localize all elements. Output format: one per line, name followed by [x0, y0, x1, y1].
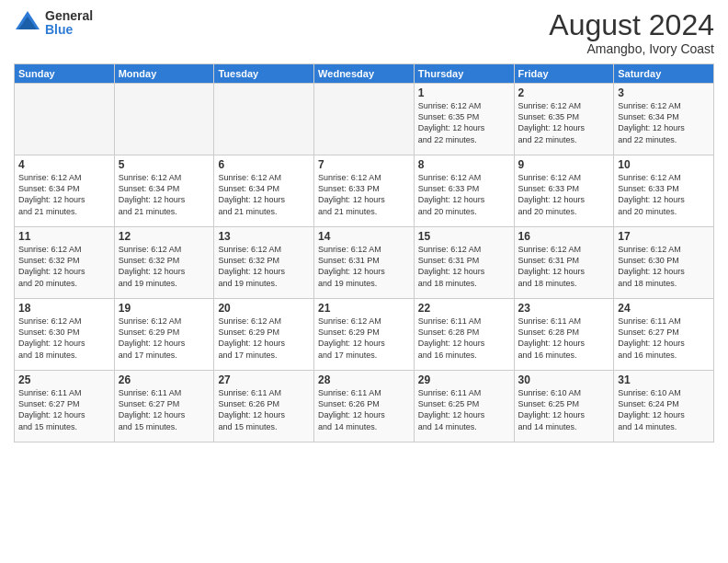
- day-number: 13: [218, 230, 310, 243]
- day-number: 7: [318, 158, 410, 171]
- header-friday: Friday: [514, 64, 614, 84]
- day-cell: 2Sunrise: 6:12 AM Sunset: 6:35 PM Daylig…: [514, 84, 614, 155]
- day-cell: 15Sunrise: 6:12 AM Sunset: 6:31 PM Dayli…: [414, 227, 514, 299]
- calendar: SundayMondayTuesdayWednesdayThursdayFrid…: [14, 63, 714, 442]
- header-row: SundayMondayTuesdayWednesdayThursdayFrid…: [15, 64, 714, 84]
- day-info: Sunrise: 6:12 AM Sunset: 6:30 PM Dayligh…: [18, 316, 110, 361]
- week-row-3: 11Sunrise: 6:12 AM Sunset: 6:32 PM Dayli…: [15, 227, 714, 299]
- day-info: Sunrise: 6:11 AM Sunset: 6:27 PM Dayligh…: [119, 387, 210, 432]
- day-cell: 29Sunrise: 6:11 AM Sunset: 6:25 PM Dayli…: [414, 371, 514, 442]
- month-title: August 2024: [549, 9, 714, 41]
- day-number: 12: [119, 230, 210, 243]
- day-cell: 3Sunrise: 6:12 AM Sunset: 6:34 PM Daylig…: [614, 84, 714, 155]
- day-number: 3: [618, 86, 710, 99]
- header-saturday: Saturday: [614, 64, 714, 84]
- header: General Blue August 2024 Amangbo, Ivory …: [14, 9, 714, 56]
- day-number: 11: [18, 230, 110, 243]
- day-cell: 4Sunrise: 6:12 AM Sunset: 6:34 PM Daylig…: [15, 155, 115, 227]
- day-cell: 7Sunrise: 6:12 AM Sunset: 6:33 PM Daylig…: [314, 155, 415, 227]
- day-info: Sunrise: 6:12 AM Sunset: 6:34 PM Dayligh…: [18, 172, 110, 217]
- week-row-5: 25Sunrise: 6:11 AM Sunset: 6:27 PM Dayli…: [15, 371, 714, 442]
- day-info: Sunrise: 6:10 AM Sunset: 6:25 PM Dayligh…: [518, 387, 610, 432]
- day-cell: 26Sunrise: 6:11 AM Sunset: 6:27 PM Dayli…: [114, 371, 214, 442]
- main-container: General Blue August 2024 Amangbo, Ivory …: [0, 0, 728, 563]
- week-row-4: 18Sunrise: 6:12 AM Sunset: 6:30 PM Dayli…: [15, 299, 714, 371]
- logo: General Blue: [14, 9, 93, 38]
- day-number: 21: [318, 302, 410, 315]
- title-block: August 2024 Amangbo, Ivory Coast: [549, 9, 714, 56]
- day-info: Sunrise: 6:12 AM Sunset: 6:35 PM Dayligh…: [418, 100, 510, 145]
- day-info: Sunrise: 6:11 AM Sunset: 6:26 PM Dayligh…: [318, 387, 410, 432]
- day-number: 27: [218, 373, 310, 386]
- week-row-2: 4Sunrise: 6:12 AM Sunset: 6:34 PM Daylig…: [15, 155, 714, 227]
- day-info: Sunrise: 6:12 AM Sunset: 6:32 PM Dayligh…: [119, 244, 210, 289]
- day-info: Sunrise: 6:12 AM Sunset: 6:33 PM Dayligh…: [618, 172, 710, 217]
- day-cell: 13Sunrise: 6:12 AM Sunset: 6:32 PM Dayli…: [214, 227, 314, 299]
- day-info: Sunrise: 6:11 AM Sunset: 6:26 PM Dayligh…: [218, 387, 310, 432]
- day-cell: 21Sunrise: 6:12 AM Sunset: 6:29 PM Dayli…: [314, 299, 415, 371]
- day-cell: 24Sunrise: 6:11 AM Sunset: 6:27 PM Dayli…: [614, 299, 714, 371]
- day-info: Sunrise: 6:12 AM Sunset: 6:34 PM Dayligh…: [218, 172, 310, 217]
- day-info: Sunrise: 6:10 AM Sunset: 6:24 PM Dayligh…: [618, 387, 710, 432]
- day-info: Sunrise: 6:12 AM Sunset: 6:29 PM Dayligh…: [218, 316, 310, 361]
- day-cell: 30Sunrise: 6:10 AM Sunset: 6:25 PM Dayli…: [514, 371, 614, 442]
- calendar-header: SundayMondayTuesdayWednesdayThursdayFrid…: [15, 64, 714, 84]
- day-cell: 27Sunrise: 6:11 AM Sunset: 6:26 PM Dayli…: [214, 371, 314, 442]
- day-cell: 9Sunrise: 6:12 AM Sunset: 6:33 PM Daylig…: [514, 155, 614, 227]
- day-info: Sunrise: 6:11 AM Sunset: 6:25 PM Dayligh…: [418, 387, 510, 432]
- header-sunday: Sunday: [15, 64, 115, 84]
- day-info: Sunrise: 6:12 AM Sunset: 6:33 PM Dayligh…: [318, 172, 410, 217]
- day-cell: [15, 84, 115, 155]
- day-number: 18: [18, 302, 110, 315]
- day-cell: 5Sunrise: 6:12 AM Sunset: 6:34 PM Daylig…: [114, 155, 214, 227]
- day-number: 10: [618, 158, 710, 171]
- day-cell: 22Sunrise: 6:11 AM Sunset: 6:28 PM Dayli…: [414, 299, 514, 371]
- week-row-1: 1Sunrise: 6:12 AM Sunset: 6:35 PM Daylig…: [15, 84, 714, 155]
- day-number: 9: [518, 158, 610, 171]
- day-info: Sunrise: 6:12 AM Sunset: 6:34 PM Dayligh…: [119, 172, 210, 217]
- day-number: 2: [518, 86, 610, 99]
- day-cell: 12Sunrise: 6:12 AM Sunset: 6:32 PM Dayli…: [114, 227, 214, 299]
- header-thursday: Thursday: [414, 64, 514, 84]
- day-info: Sunrise: 6:12 AM Sunset: 6:29 PM Dayligh…: [318, 316, 410, 361]
- day-info: Sunrise: 6:11 AM Sunset: 6:28 PM Dayligh…: [518, 316, 610, 361]
- day-number: 26: [119, 373, 210, 386]
- header-tuesday: Tuesday: [214, 64, 314, 84]
- day-number: 29: [418, 373, 510, 386]
- day-cell: 17Sunrise: 6:12 AM Sunset: 6:30 PM Dayli…: [614, 227, 714, 299]
- day-number: 23: [518, 302, 610, 315]
- day-cell: 18Sunrise: 6:12 AM Sunset: 6:30 PM Dayli…: [15, 299, 115, 371]
- day-number: 14: [318, 230, 410, 243]
- day-info: Sunrise: 6:12 AM Sunset: 6:29 PM Dayligh…: [119, 316, 210, 361]
- day-info: Sunrise: 6:11 AM Sunset: 6:28 PM Dayligh…: [418, 316, 510, 361]
- header-monday: Monday: [114, 64, 214, 84]
- day-info: Sunrise: 6:12 AM Sunset: 6:31 PM Dayligh…: [418, 244, 510, 289]
- day-info: Sunrise: 6:12 AM Sunset: 6:32 PM Dayligh…: [18, 244, 110, 289]
- day-cell: 25Sunrise: 6:11 AM Sunset: 6:27 PM Dayli…: [15, 371, 115, 442]
- day-number: 15: [418, 230, 510, 243]
- day-number: 25: [18, 373, 110, 386]
- day-cell: 1Sunrise: 6:12 AM Sunset: 6:35 PM Daylig…: [414, 84, 514, 155]
- day-number: 17: [618, 230, 710, 243]
- day-cell: 14Sunrise: 6:12 AM Sunset: 6:31 PM Dayli…: [314, 227, 415, 299]
- day-info: Sunrise: 6:12 AM Sunset: 6:34 PM Dayligh…: [618, 100, 710, 145]
- day-cell: 6Sunrise: 6:12 AM Sunset: 6:34 PM Daylig…: [214, 155, 314, 227]
- header-wednesday: Wednesday: [314, 64, 415, 84]
- day-number: 22: [418, 302, 510, 315]
- day-number: 19: [119, 302, 210, 315]
- day-number: 6: [218, 158, 310, 171]
- day-number: 20: [218, 302, 310, 315]
- day-cell: 11Sunrise: 6:12 AM Sunset: 6:32 PM Dayli…: [15, 227, 115, 299]
- subtitle: Amangbo, Ivory Coast: [549, 41, 714, 56]
- day-number: 4: [18, 158, 110, 171]
- day-cell: 10Sunrise: 6:12 AM Sunset: 6:33 PM Dayli…: [614, 155, 714, 227]
- day-cell: 28Sunrise: 6:11 AM Sunset: 6:26 PM Dayli…: [314, 371, 415, 442]
- day-info: Sunrise: 6:12 AM Sunset: 6:31 PM Dayligh…: [318, 244, 410, 289]
- day-info: Sunrise: 6:12 AM Sunset: 6:30 PM Dayligh…: [618, 244, 710, 289]
- day-number: 5: [119, 158, 210, 171]
- day-info: Sunrise: 6:12 AM Sunset: 6:33 PM Dayligh…: [418, 172, 510, 217]
- day-number: 1: [418, 86, 510, 99]
- day-number: 24: [618, 302, 710, 315]
- day-cell: 19Sunrise: 6:12 AM Sunset: 6:29 PM Dayli…: [114, 299, 214, 371]
- day-cell: 31Sunrise: 6:10 AM Sunset: 6:24 PM Dayli…: [614, 371, 714, 442]
